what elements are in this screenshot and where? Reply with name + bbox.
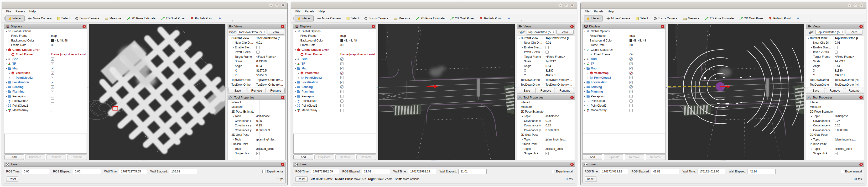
property-value[interactable]: /planning/miss… [835,138,856,141]
splitter-grip[interactable] [583,160,864,161]
property-value[interactable]: TopDownOrtho (rvi… [256,78,283,82]
property-value[interactable]: /initialpose [256,115,270,118]
property-value[interactable]: 0.01 [835,41,840,44]
tool-property-row[interactable]: 2D Goal Pose [517,133,575,137]
time-field-value[interactable]: 1761723992.09 [311,169,339,174]
panel-close-icon[interactable] [570,96,574,99]
time-field-value[interactable]: 1761724013.92 [600,169,628,174]
enable-checkbox[interactable] [629,76,632,79]
tool-property-row[interactable]: Interact [806,100,864,105]
property-value[interactable]: 0.25 [256,124,262,127]
time-field-value[interactable]: 1761724013.96 [697,169,725,174]
display-row[interactable]: TF [293,62,376,66]
tool-property-row[interactable]: Covariance yaw 0.0685389 [517,128,575,133]
property-value[interactable]: 48; 48; 48 [55,39,67,42]
property-value[interactable]: <Fixed Frame> [835,55,854,58]
toolbar-button[interactable] [794,15,803,22]
view-property-row[interactable]: X 81380 [806,68,864,73]
display-row[interactable]: MarkerArray [583,108,665,113]
display-row[interactable]: Global Options [583,29,665,34]
view-type-dropdown[interactable]: TopDownOrtho (rv [237,30,266,35]
enable-checkbox[interactable] [51,76,54,79]
expand-arrow-icon[interactable] [232,148,235,150]
enable-checkbox[interactable] [340,95,343,98]
displays-action-button[interactable]: Add [583,154,602,160]
display-row[interactable]: PointCloud2 [293,99,376,103]
toolbar-button[interactable]: Focus Camera [652,15,680,21]
enable-checkbox[interactable] [340,67,343,70]
property-value[interactable]: 0.25 [546,124,551,127]
view-property-row[interactable]: TopDownOrtho TopDownOrtho (rvi… [517,78,575,83]
enable-checkbox[interactable] [629,71,632,75]
expand-arrow-icon[interactable] [294,49,297,51]
view-property-row[interactable]: Y 50253.3 [228,73,285,78]
toolbar-button[interactable]: Select [344,15,361,21]
enable-checkbox[interactable] [340,71,343,75]
toolbar-button[interactable]: Move Camera [26,15,54,22]
views-action-button[interactable]: Rename [845,88,863,93]
tool-property-row[interactable]: Topic /initialpose [806,114,864,119]
displays-action-button[interactable]: Add [4,154,24,160]
maximize-icon[interactable]: □ [275,3,279,7]
display-row[interactable]: Planning [583,89,665,94]
menu-item[interactable]: File [293,9,303,13]
display-row[interactable]: Global Status: Ok [583,48,665,52]
property-value[interactable]: 30 [51,43,54,47]
expand-arrow-icon[interactable] [5,90,8,93]
display-row[interactable]: PointCloud2 [583,99,665,103]
expand-arrow-icon[interactable] [294,95,297,98]
tool-property-row[interactable]: Topic /clicked_point [228,147,285,151]
property-checkbox[interactable] [256,46,259,49]
view-property-row[interactable]: Invert Z Axis [228,50,285,55]
view-property-row[interactable]: Enable Ster… [517,45,575,50]
display-row[interactable]: PointCloud2 [583,103,665,108]
toolbar-button[interactable]: Select [633,15,650,21]
view-property-row[interactable]: Scale 14.2212 [806,59,864,64]
toolbar-button[interactable]: Focus Camera [73,15,101,21]
menu-item[interactable]: File [4,9,13,13]
property-value[interactable]: 0.01 [546,41,551,44]
expand-arrow-icon[interactable] [298,76,300,79]
view-property-row[interactable]: Near Clip Di… 0.01 [806,40,864,45]
zero-button[interactable]: Zero [556,30,574,35]
view-property-row[interactable]: TopDownOrtho TopDownOrtho (rvi… [806,78,864,83]
display-row[interactable]: PointCloud2 [4,99,87,103]
view-property-row[interactable]: Scale 0.43629 [228,59,285,64]
display-row[interactable]: Global Options [4,29,87,34]
expand-arrow-icon[interactable] [294,86,297,88]
tool-property-row[interactable]: Covariance yaw 0.0685389 [228,128,285,133]
property-value[interactable]: 0.54 [546,64,551,68]
enable-checkbox[interactable] [340,62,343,65]
enable-checkbox[interactable] [340,85,343,89]
experimental-checkbox[interactable] [262,170,266,173]
tool-property-row[interactable]: 2D Goal Pose [228,133,285,137]
expand-arrow-icon[interactable] [583,81,586,84]
experimental-checkbox[interactable] [841,170,844,173]
display-row[interactable]: Planning [293,89,376,94]
display-row[interactable]: Frame Rate 30 [4,43,87,48]
time-field-value[interactable]: 42.84 [748,169,776,174]
property-value[interactable]: 81380 [546,69,553,72]
enable-checkbox[interactable] [629,90,632,93]
view-property-row[interactable]: TopDownOrtho TopDownOrtho (rvi… [517,82,575,87]
expand-arrow-icon[interactable] [583,58,586,60]
displays-action-button[interactable]: Duplicate [314,154,334,160]
tool-property-row[interactable]: Single click [806,151,864,156]
display-row[interactable]: TF [4,62,87,66]
display-row[interactable]: Perception [4,94,87,99]
expand-arrow-icon[interactable] [5,49,8,51]
tool-property-row[interactable]: Covariance y 0.25 [806,123,864,128]
expand-arrow-icon[interactable] [294,58,297,60]
enable-checkbox[interactable] [51,109,54,112]
toolbar-button[interactable]: Measure [102,15,123,21]
toolbar-button[interactable]: Measure [681,15,702,21]
enable-checkbox[interactable] [51,95,54,98]
displays-action-button[interactable]: Add [293,154,313,160]
enable-checkbox[interactable] [51,90,54,93]
toolbar-button[interactable]: Move Camera [315,15,343,22]
tool-property-row[interactable]: Publish Point [806,142,864,147]
toolbar-button[interactable]: Select [55,15,72,21]
property-checkbox[interactable] [835,46,838,49]
view-property-row[interactable]: Target Frame <Fixed Frame> [228,54,285,59]
expand-arrow-icon[interactable] [294,67,297,70]
